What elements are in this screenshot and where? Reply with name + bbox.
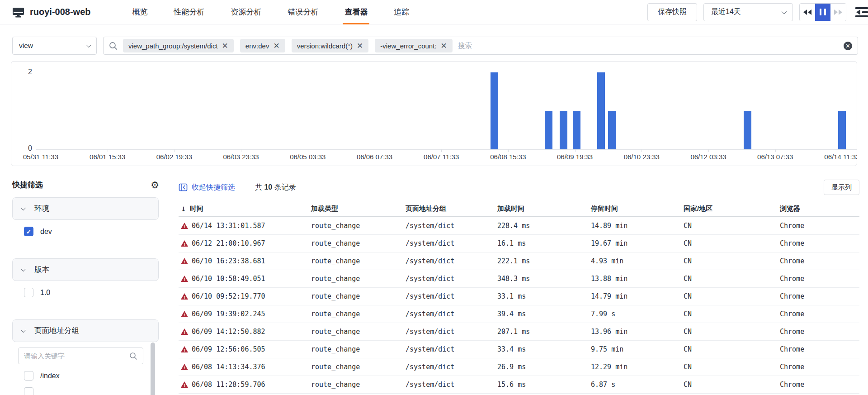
sidebar-keyword-search[interactable] xyxy=(18,347,143,364)
cell: 39.4 ms xyxy=(497,310,591,318)
sidebar-section-version[interactable]: 版本 xyxy=(12,258,159,281)
x-axis-tick xyxy=(642,149,642,152)
histogram-bar[interactable] xyxy=(608,111,616,149)
sidebar-section-env[interactable]: 环境 xyxy=(12,197,159,220)
column-header[interactable]: 页面地址分组 xyxy=(406,205,497,213)
tab-performance[interactable]: 性能分析 xyxy=(174,0,204,24)
save-snapshot-button[interactable]: 保存快照 xyxy=(647,3,697,21)
table-row[interactable]: 06/10 10:58:49.051route_change/system/di… xyxy=(179,270,859,288)
table-row[interactable]: 06/08 11:28:59.706route_change/system/di… xyxy=(179,376,859,394)
cell: route_change xyxy=(311,310,406,318)
cell: 4.93 min xyxy=(591,257,684,265)
cell: 16.1 ms xyxy=(497,239,591,247)
collapse-quick-filters-link[interactable]: 收起快捷筛选 xyxy=(179,183,235,192)
sidebar-scrollbar[interactable] xyxy=(151,343,155,395)
search-placeholder[interactable]: 搜索 xyxy=(458,41,472,51)
timestamp: 06/10 10:58:49.051 xyxy=(192,275,265,283)
filter-tag[interactable]: env:dev✕ xyxy=(240,39,285,52)
time-range-select[interactable]: 最近14天 xyxy=(703,3,793,21)
histogram-bar[interactable] xyxy=(560,111,567,149)
cell: /system/dict xyxy=(406,257,497,265)
warning-icon xyxy=(181,293,188,300)
table-row[interactable]: 06/09 14:12:50.882route_change/system/di… xyxy=(179,323,859,341)
table-row[interactable]: 06/10 09:52:19.770route_change/system/di… xyxy=(179,288,859,305)
column-header[interactable]: 加载类型 xyxy=(311,205,406,213)
histogram-bar[interactable] xyxy=(573,111,580,149)
gear-icon[interactable]: ⚙ xyxy=(151,180,159,190)
tag-remove-icon[interactable]: ✕ xyxy=(441,42,447,50)
sidebar-section-label: 页面地址分组 xyxy=(34,326,79,336)
checkbox-unchecked[interactable] xyxy=(24,371,33,381)
cell: 6.87 s xyxy=(591,381,684,389)
cell: 14.79 min xyxy=(591,292,684,300)
sort-desc-icon[interactable]: ↓ xyxy=(181,205,186,213)
histogram-bar[interactable] xyxy=(491,72,498,149)
table-row[interactable]: 06/10 16:23:38.681route_change/system/di… xyxy=(179,252,859,270)
scope-select[interactable]: view xyxy=(12,37,97,55)
cell: route_change xyxy=(311,239,406,247)
checkbox-unchecked[interactable] xyxy=(24,288,33,297)
cell: 12.29 min xyxy=(591,363,684,371)
tab-resources[interactable]: 资源分析 xyxy=(231,0,261,24)
chevron-down-icon xyxy=(782,9,787,14)
table-row[interactable]: 06/14 13:31:01.587route_change/system/di… xyxy=(179,217,859,235)
keyword-input[interactable] xyxy=(24,352,126,360)
show-columns-button[interactable]: 显示列 xyxy=(824,180,859,195)
cell-time: 06/10 16:23:38.681 xyxy=(179,257,311,265)
table-row[interactable]: 06/12 21:00:10.967route_change/system/di… xyxy=(179,235,859,252)
tab-viewer[interactable]: 查看器 xyxy=(344,0,368,24)
column-header[interactable]: 国家/地区 xyxy=(684,205,780,213)
filter-tag[interactable]: -view_error_count:✕ xyxy=(375,39,452,52)
column-header-time[interactable]: ↓时间 xyxy=(179,205,311,213)
x-axis-tick-label: 06/09 19:33 xyxy=(557,153,593,161)
column-header[interactable]: 加载时间 xyxy=(497,205,591,213)
table-row[interactable]: 06/09 12:56:06.505route_change/system/di… xyxy=(179,341,859,358)
x-axis-tick xyxy=(441,149,442,152)
cell: 222.1 ms xyxy=(497,257,591,265)
table-row[interactable]: 06/08 14:13:34.376route_change/system/di… xyxy=(179,358,859,376)
cell: CN xyxy=(684,239,780,247)
clear-search-icon[interactable]: ✕ xyxy=(844,42,852,50)
table-row[interactable]: 06/09 19:39:02.245route_change/system/di… xyxy=(179,305,859,323)
pause-button[interactable] xyxy=(815,4,830,21)
histogram-bar[interactable] xyxy=(545,111,552,149)
cell: CN xyxy=(684,222,780,230)
monitor-icon xyxy=(12,7,24,18)
histogram-bar[interactable] xyxy=(838,111,846,149)
x-axis-tick xyxy=(575,149,576,152)
histogram-bar[interactable] xyxy=(744,111,751,149)
x-axis-tick-label: 06/06 07:33 xyxy=(357,153,392,161)
cell: /system/dict xyxy=(406,328,497,336)
histogram-bar[interactable] xyxy=(597,72,605,149)
cell: /system/dict xyxy=(406,363,497,371)
tag-remove-icon[interactable]: ✕ xyxy=(222,42,228,50)
checkbox-checked[interactable]: ✓ xyxy=(24,227,33,236)
x-axis-tick-label: 06/13 07:33 xyxy=(757,153,793,161)
rewind-button[interactable] xyxy=(800,4,815,21)
cell: 15.6 ms xyxy=(497,381,591,389)
cell: /system/dict xyxy=(406,292,497,300)
cell: /system/dict xyxy=(406,381,497,389)
column-header[interactable]: 停留时间 xyxy=(591,205,684,213)
checkbox-unchecked[interactable] xyxy=(24,387,33,395)
cell: route_change xyxy=(311,345,406,353)
warning-icon xyxy=(181,223,188,229)
tab-tracing[interactable]: 追踪 xyxy=(394,0,409,24)
x-axis-tick-label: 06/02 19:33 xyxy=(156,153,192,161)
filter-tag[interactable]: view_path_group:/system/dict✕ xyxy=(123,39,234,52)
collapse-panel-icon[interactable] xyxy=(855,6,868,18)
cell: 33.4 ms xyxy=(497,345,591,353)
sidebar-section-label: 环境 xyxy=(34,204,49,214)
tab-errors[interactable]: 错误分析 xyxy=(288,0,318,24)
tag-remove-icon[interactable]: ✕ xyxy=(357,42,363,50)
cell: route_change xyxy=(311,292,406,300)
fast-forward-button[interactable] xyxy=(830,4,846,21)
tag-remove-icon[interactable]: ✕ xyxy=(273,42,279,50)
filter-tag[interactable]: version:wildcard(*)✕ xyxy=(292,39,369,52)
tab-overview[interactable]: 概览 xyxy=(132,0,147,24)
search-bar[interactable]: view_path_group:/system/dict✕env:dev✕ver… xyxy=(103,37,858,55)
x-axis-tick xyxy=(241,149,241,152)
column-header[interactable]: 浏览器 xyxy=(780,205,859,213)
sidebar-section-view-path-group[interactable]: 页面地址分组 xyxy=(12,319,159,342)
cell: Chrome xyxy=(780,345,859,353)
